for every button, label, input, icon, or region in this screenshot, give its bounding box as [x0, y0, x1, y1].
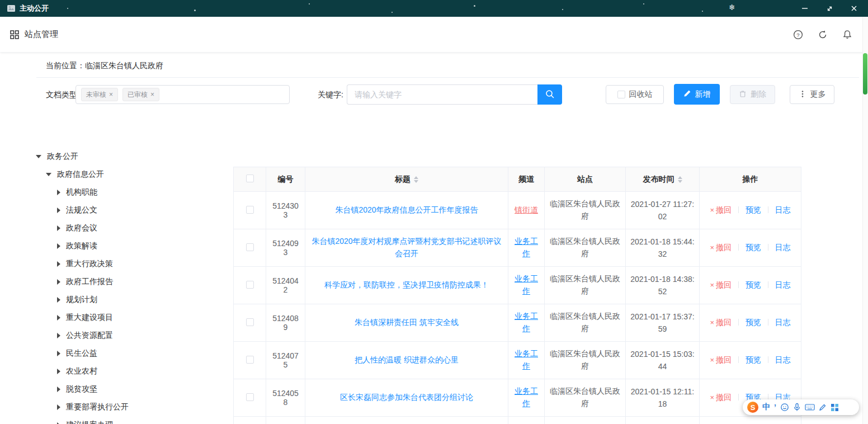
- revoke-button[interactable]: ×撤回: [710, 393, 732, 402]
- publish-time: 2021-01-18 14:38:52: [626, 267, 700, 304]
- row-checkbox[interactable]: [246, 393, 254, 401]
- preview-button[interactable]: 预览: [746, 243, 761, 252]
- tree-node[interactable]: 脱贫攻坚: [34, 380, 229, 398]
- notification-bell-icon[interactable]: [842, 30, 852, 40]
- more-button[interactable]: 更多: [790, 85, 834, 104]
- refresh-icon[interactable]: [818, 30, 828, 40]
- preview-button[interactable]: 预览: [746, 318, 761, 327]
- sogou-logo-icon[interactable]: S: [747, 402, 758, 413]
- snow-dot: [562, 9, 563, 10]
- tree-node[interactable]: 政策解读: [34, 237, 229, 255]
- doc-title-link[interactable]: 朱台镇2020年度对村观摩点评暨村党支部书记述职评议会召开: [312, 237, 501, 258]
- row-checkbox[interactable]: [246, 318, 254, 326]
- divider: [36, 77, 859, 78]
- tag-close-icon[interactable]: ×: [150, 88, 154, 101]
- recycle-checkbox[interactable]: [617, 91, 625, 98]
- revoke-button[interactable]: ×撤回: [710, 318, 732, 327]
- table-header-row: 编号 标题 频道 站点 发布时间 操作: [234, 167, 801, 192]
- preview-button[interactable]: 预览: [746, 280, 761, 289]
- sort-icons[interactable]: [414, 176, 418, 183]
- tree-node[interactable]: 公共资源配置: [34, 327, 229, 345]
- emoji-icon[interactable]: [780, 403, 789, 412]
- log-button[interactable]: 日志: [775, 205, 791, 214]
- tree-node-group[interactable]: 政府信息公开: [34, 166, 229, 183]
- row-checkbox[interactable]: [246, 243, 254, 251]
- recycle-bin-button[interactable]: 回收站: [606, 85, 664, 104]
- help-icon[interactable]: ?: [793, 30, 803, 40]
- tree-node[interactable]: 民生公益: [34, 345, 229, 362]
- doc-title-cell: 朱台镇2020年度对村观摩点评暨村党支部书记述职评议会召开: [305, 229, 508, 267]
- divider: [738, 394, 739, 401]
- channel-link[interactable]: 业务工作: [515, 274, 538, 295]
- toolbox-grid-icon[interactable]: [831, 403, 839, 412]
- preview-button[interactable]: 预览: [746, 355, 761, 364]
- actions-cell: ×撤回 预览 日志: [700, 267, 801, 304]
- doc-type-filter[interactable]: 未审核 × 已审核 ×: [76, 85, 290, 104]
- doc-title-cell: 朱台镇2020年政府信息公开工作年度报告: [305, 192, 508, 229]
- keyword-input[interactable]: [347, 84, 537, 105]
- tree-node[interactable]: 政府会议: [34, 219, 229, 237]
- revoke-button[interactable]: ×撤回: [710, 205, 732, 214]
- window-titlebar: 主动公开 ❄: [0, 0, 868, 17]
- app-icon: [7, 4, 16, 12]
- log-button[interactable]: 日志: [775, 243, 791, 252]
- log-button[interactable]: 日志: [775, 355, 791, 364]
- tree-node[interactable]: 重大行政决策: [34, 255, 229, 273]
- channel-link[interactable]: 业务工作: [515, 237, 538, 258]
- search-button[interactable]: [537, 84, 562, 105]
- revoke-button[interactable]: ×撤回: [710, 280, 732, 289]
- revoke-button[interactable]: ×撤回: [710, 243, 732, 252]
- tree-node-label: 公共资源配置: [66, 331, 113, 341]
- channel-link[interactable]: 业务工作: [515, 312, 538, 333]
- select-all-checkbox[interactable]: [246, 175, 254, 182]
- handwriting-icon[interactable]: [819, 403, 827, 411]
- preview-button[interactable]: 预览: [746, 205, 761, 214]
- log-button[interactable]: 日志: [775, 280, 791, 289]
- tree-node-root[interactable]: 政务公开: [34, 148, 229, 166]
- tree-node[interactable]: 重大建设项目: [34, 309, 229, 327]
- divider: [768, 244, 768, 251]
- doc-title-link[interactable]: 科学应对，联防联控，坚决捍卫疫情防控成果！: [324, 280, 489, 289]
- document-table: 编号 标题 频道 站点 发布时间 操作 5124303 朱台镇2020年政府信息…: [233, 167, 801, 424]
- row-checkbox[interactable]: [246, 281, 254, 289]
- doc-title-link[interactable]: 朱台镇深耕责任田 筑牢安全线: [355, 318, 459, 327]
- channel-link[interactable]: 业务工作: [515, 349, 538, 370]
- channel-link[interactable]: 业务工作: [515, 387, 538, 408]
- log-button[interactable]: 日志: [775, 318, 791, 327]
- add-button[interactable]: 新增: [674, 84, 720, 105]
- ime-punctuation-toggle[interactable]: ’: [774, 403, 776, 412]
- delete-label: 删除: [751, 89, 766, 100]
- row-checkbox[interactable]: [246, 206, 254, 214]
- revoke-button[interactable]: ×撤回: [710, 355, 732, 364]
- tree-node[interactable]: 建议提案办理: [34, 416, 229, 424]
- row-checkbox[interactable]: [246, 356, 254, 364]
- scrollbar-thumb[interactable]: [863, 53, 867, 95]
- divider: [768, 206, 768, 213]
- tree-node[interactable]: 政府工作报告: [34, 273, 229, 291]
- mic-icon[interactable]: [793, 403, 801, 412]
- tree-node[interactable]: 机构职能: [34, 183, 229, 201]
- divider: [768, 356, 768, 363]
- maximize-button[interactable]: [824, 3, 834, 13]
- ime-lang-toggle[interactable]: 中: [762, 402, 770, 412]
- keyboard-icon[interactable]: [805, 403, 815, 411]
- app-header: 站点管理 ?: [0, 17, 868, 52]
- doc-title-link[interactable]: 区长宋磊同志参加朱台代表团分组讨论: [340, 393, 473, 402]
- close-button[interactable]: [849, 3, 859, 13]
- delete-button[interactable]: 删除: [730, 85, 775, 104]
- apps-grid-icon[interactable]: [10, 30, 19, 39]
- doc-title-cell: 朱台镇深耕责任田 筑牢安全线: [305, 304, 508, 342]
- tree-node[interactable]: 法规公文: [34, 201, 229, 219]
- ime-toolbar: S 中 ’: [743, 399, 859, 415]
- sort-icons[interactable]: [678, 176, 682, 183]
- channel-link[interactable]: 镇街道: [515, 205, 538, 214]
- tree-node[interactable]: 重要部署执行公开: [34, 398, 229, 416]
- doc-title-link[interactable]: 把人性的温暖 织进群众的心里: [355, 355, 459, 364]
- tree-node[interactable]: 农业农村: [34, 362, 229, 380]
- tag-close-icon[interactable]: ×: [109, 88, 113, 101]
- tree-node[interactable]: 规划计划: [34, 291, 229, 309]
- snow-dot: [309, 3, 310, 4]
- doc-title-link[interactable]: 朱台镇2020年政府信息公开工作年度报告: [335, 205, 478, 214]
- scrollbar-track[interactable]: [862, 17, 868, 424]
- minimize-button[interactable]: [800, 3, 810, 13]
